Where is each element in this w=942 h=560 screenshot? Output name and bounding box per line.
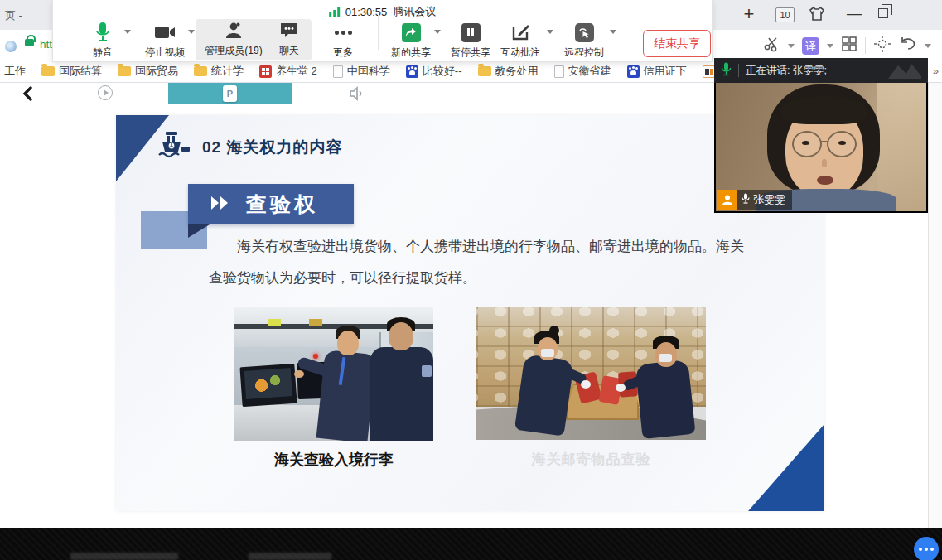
screen: 页 - + 10 — htt 译 xyxy=(0,0,942,560)
theme-shirt-icon[interactable] xyxy=(809,7,825,25)
new-share-button[interactable]: 新的共享 xyxy=(384,21,437,60)
more-label: 更多 xyxy=(318,46,368,60)
bookmark-label: 教务处用 xyxy=(495,64,539,79)
undo-caret-icon[interactable] xyxy=(925,44,931,48)
bookmark-label: 比较好-- xyxy=(423,64,462,79)
speaker-icon[interactable] xyxy=(348,86,365,104)
slide-section-title: 02 海关权力的内容 xyxy=(202,137,342,158)
faint-text-smudge xyxy=(70,553,178,560)
speaking-mic-icon xyxy=(721,62,732,80)
back-chevron-icon[interactable] xyxy=(22,86,33,104)
brightness-sun-icon[interactable] xyxy=(873,35,891,56)
speaker-panel-header: 正在讲话: 张雯雯; xyxy=(714,58,928,83)
apps-grid-icon[interactable] xyxy=(841,36,857,56)
bookmark-label: 中国科学 xyxy=(347,64,390,79)
speaking-status-label: 正在讲话: 张雯雯; xyxy=(746,64,827,78)
camera-icon xyxy=(136,21,194,44)
chat-button[interactable]: 聊天 xyxy=(267,19,312,60)
bookmark-label: 信用证下 xyxy=(644,64,687,79)
share-caret-icon[interactable] xyxy=(434,30,441,34)
photo-customs-mail-inspection xyxy=(476,307,706,440)
remote-control-label: 远程控制 xyxy=(557,46,611,60)
more-icon xyxy=(318,21,368,44)
chat-label: 聊天 xyxy=(272,44,307,58)
bookmark-item[interactable]: 教务处用 xyxy=(478,64,539,79)
stop-video-button[interactable]: 停止视频 xyxy=(136,21,194,60)
bookmark-item[interactable]: 养生堂 2 xyxy=(259,64,317,79)
scissors-icon[interactable] xyxy=(764,36,780,56)
bookmark-item[interactable]: 信用证下 xyxy=(627,64,687,79)
bookmark-label: 养生堂 2 xyxy=(276,64,317,79)
annotate-caret-icon[interactable] xyxy=(547,30,553,34)
members-icon xyxy=(200,19,267,42)
meeting-app-name: 腾讯会议 xyxy=(393,4,436,19)
scissors-caret-icon[interactable] xyxy=(788,44,795,48)
progress-segment[interactable]: P xyxy=(168,83,292,104)
more-button[interactable]: 更多 xyxy=(318,21,368,60)
progress-p-marker[interactable]: P xyxy=(223,85,237,102)
page-icon xyxy=(554,65,564,78)
bookmarks-overflow-chevron[interactable]: » xyxy=(933,65,939,77)
manage-members-button[interactable]: 管理成员(19) xyxy=(196,19,272,60)
minimize-button[interactable]: — xyxy=(847,5,862,22)
toolbar-divider xyxy=(865,37,866,54)
page-icon xyxy=(333,65,343,78)
browser-tab-title[interactable]: 页 - xyxy=(5,8,22,23)
bookmark-item[interactable]: 统计学 xyxy=(194,64,244,79)
folder-icon xyxy=(41,66,55,76)
annotate-label: 互动批注 xyxy=(494,46,547,60)
bookmark-item[interactable]: 安徽省建 xyxy=(554,64,611,79)
photo-caption-left: 海关查验入境行李 xyxy=(234,450,433,470)
bookmark-item[interactable]: 国际贸易 xyxy=(118,64,178,79)
photo-customs-luggage-inspection xyxy=(234,307,433,441)
annotate-button[interactable]: 互动批注 xyxy=(494,21,547,60)
site-favicon-icon xyxy=(5,41,17,52)
bookmark-label: 国际贸易 xyxy=(135,64,178,79)
banner-title: 查验权 xyxy=(246,191,318,218)
paw-icon xyxy=(627,65,640,78)
remote-control-button[interactable]: 远程控制 xyxy=(557,21,611,60)
new-tab-button[interactable]: + xyxy=(737,3,761,25)
meeting-header: 01:30:55 腾讯会议 xyxy=(329,4,437,19)
undo-icon[interactable] xyxy=(899,36,917,56)
mute-label: 静音 xyxy=(76,46,129,60)
meeting-timer: 01:30:55 xyxy=(345,6,388,18)
end-share-button[interactable]: 结束共享 xyxy=(643,30,711,57)
tab-count-badge[interactable]: 10 xyxy=(775,7,795,22)
stop-video-label: 停止视频 xyxy=(136,46,194,60)
toolbar-separator xyxy=(378,15,379,50)
bookmark-label: 统计学 xyxy=(211,64,244,79)
folder-icon xyxy=(118,66,131,76)
mute-button[interactable]: 静音 xyxy=(76,21,129,60)
bookmark-item[interactable]: 比较好-- xyxy=(406,64,462,79)
bottom-taskbar xyxy=(0,528,942,560)
https-lock-icon xyxy=(25,39,34,46)
speaker-video-feed[interactable]: 张雯雯 xyxy=(716,83,926,211)
bookmark-item[interactable]: 工作 xyxy=(4,64,26,79)
speaker-video-panel[interactable]: 正在讲话: 张雯雯; 张雯雯 xyxy=(714,58,928,213)
bookmark-item[interactable]: 国际结算 xyxy=(41,64,102,79)
restore-window-button[interactable] xyxy=(878,8,888,18)
pause-share-label: 暂停共享 xyxy=(444,46,497,60)
remote-caret-icon[interactable] xyxy=(610,30,616,34)
meeting-watermark-logo xyxy=(888,62,921,79)
play-icon[interactable] xyxy=(98,85,113,100)
translate-caret-icon[interactable] xyxy=(827,44,833,48)
banner-inspection-right: 查验权 xyxy=(188,184,354,224)
camera-caret-icon[interactable] xyxy=(188,30,195,34)
address-bar-url[interactable]: htt xyxy=(40,38,52,51)
chat-bubble-button[interactable] xyxy=(914,537,939,560)
page-scrollbar[interactable] xyxy=(928,83,942,528)
chat-icon xyxy=(272,19,307,42)
ship-icon xyxy=(156,130,192,165)
bookmark-item[interactable]: 中国科学 xyxy=(333,64,390,79)
folder-icon xyxy=(478,66,491,76)
red-grid-icon xyxy=(259,65,272,78)
banner-fold xyxy=(188,224,210,238)
annotate-icon xyxy=(494,21,547,44)
pause-share-button[interactable]: 暂停共享 xyxy=(444,21,497,60)
mic-caret-icon[interactable] xyxy=(124,30,131,34)
translate-icon[interactable]: 译 xyxy=(802,37,819,55)
double-chevron-icon xyxy=(210,195,234,215)
folder-icon xyxy=(194,66,207,76)
